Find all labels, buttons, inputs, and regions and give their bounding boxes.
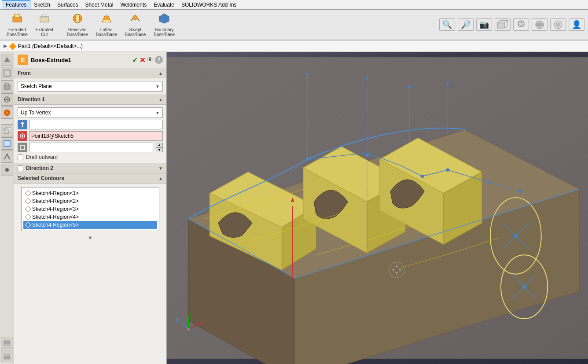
- contour-diamond-icon-4: [25, 214, 31, 220]
- left-icon-cube3d[interactable]: [1, 124, 13, 136]
- ribbon-label-swept: SweptBoss/Base: [125, 27, 146, 37]
- spin-down-button[interactable]: ▼: [156, 147, 163, 152]
- draft-outward-row: Draft outward: [18, 154, 163, 160]
- scroll-dot-1: [89, 236, 92, 239]
- direction1-field-group: Up To Vertex ▼ Point18@Sketch5: [14, 105, 166, 163]
- left-icon-box2[interactable]: [1, 80, 13, 92]
- ribbon-label-extruded-cut: ExtrudedCut: [36, 27, 53, 37]
- svg-point-66: [522, 285, 526, 289]
- svg-rect-35: [4, 342, 10, 344]
- menu-evaluate[interactable]: Evaluate: [150, 1, 178, 9]
- lofted-icon: [100, 12, 113, 26]
- menu-sketch[interactable]: Sketch: [30, 1, 54, 9]
- ribbon-btn-extruded-cut[interactable]: ExtrudedCut: [33, 12, 56, 37]
- direction1-section-title: Direction 1: [18, 96, 45, 103]
- from-dropdown[interactable]: Sketch Plane ▼: [18, 81, 163, 92]
- direction1-vertex-input[interactable]: Point18@Sketch5: [29, 131, 163, 141]
- menu-solidworks-addins[interactable]: SOLIDWORKS Add-Ins: [178, 1, 240, 9]
- selected-contours-group: Sketch4-Region<1>Sketch4-Region<2>Sketch…: [14, 184, 166, 235]
- direction1-empty-input[interactable]: [29, 120, 163, 129]
- boss-extrude-icon: E: [18, 55, 28, 65]
- help-button[interactable]: ?: [155, 56, 163, 64]
- direction1-dropdown[interactable]: Up To Vertex ▼: [18, 107, 163, 118]
- selected-contours-section-header[interactable]: Selected Contours ▲: [14, 173, 166, 184]
- contour-item-3[interactable]: Sketch4-Region<3>: [23, 205, 157, 213]
- svg-rect-7: [103, 20, 110, 22]
- direction2-checkbox[interactable]: [18, 165, 23, 171]
- svg-rect-29: [4, 129, 8, 133]
- svg-rect-38: [4, 356, 10, 357]
- direction1-spin-icon: [18, 143, 27, 152]
- contour-item-2[interactable]: Sketch4-Region<2>: [23, 197, 157, 205]
- menu-weldments[interactable]: Weldments: [117, 1, 150, 9]
- preview-button[interactable]: 👁: [147, 56, 153, 64]
- left-icon-face[interactable]: [1, 137, 13, 150]
- panel-actions: ✓ ✕ 👁 ?: [132, 56, 163, 64]
- left-icon-box1[interactable]: [1, 67, 13, 79]
- viewport[interactable]: X Y Z: [167, 52, 588, 364]
- left-icon-arrow[interactable]: [1, 54, 13, 66]
- view-cube-btn[interactable]: [495, 18, 511, 31]
- svg-point-86: [518, 189, 522, 193]
- direction1-spin-input[interactable]: [29, 143, 154, 152]
- left-icons-panel: [0, 52, 14, 364]
- direction2-section-title: Direction 2: [26, 165, 53, 171]
- user-btn[interactable]: 👤: [569, 18, 584, 31]
- svg-text:X: X: [200, 320, 203, 325]
- spin-up-button[interactable]: ▲: [156, 143, 163, 147]
- appearance-btn[interactable]: [550, 18, 566, 31]
- breadcrumb-part-label[interactable]: Part1 (Default<<Default>...): [18, 43, 83, 49]
- left-icon-vertex[interactable]: [1, 164, 13, 176]
- panel-title: Boss-Extrude1: [31, 57, 71, 63]
- menu-features[interactable]: Features: [2, 0, 30, 9]
- display-btn[interactable]: [532, 18, 548, 31]
- from-chevron-icon: ▲: [158, 71, 163, 76]
- direction1-vertex-input-row: Point18@Sketch5: [18, 131, 163, 141]
- direction1-section-header[interactable]: Direction 1 ▲: [14, 95, 166, 105]
- swept-icon: [129, 12, 141, 26]
- ribbon-btn-boundary[interactable]: BoundaryBoss/Base: [151, 12, 178, 37]
- view-dropdown-btn[interactable]: [513, 18, 529, 31]
- contour-item-1[interactable]: Sketch4-Region<1>: [23, 189, 157, 197]
- ribbon-btn-extruded-boss[interactable]: ExtrudedBoss/Base: [4, 12, 31, 37]
- svg-text:Z: Z: [176, 317, 179, 323]
- left-icon-edge[interactable]: [1, 151, 13, 163]
- confirm-button[interactable]: ✓: [132, 56, 138, 64]
- svg-point-84: [489, 181, 492, 184]
- direction1-vertex-icon: [18, 131, 27, 141]
- search-btn[interactable]: 🔍: [439, 18, 455, 31]
- cancel-button[interactable]: ✕: [140, 56, 145, 64]
- draft-outward-checkbox[interactable]: [18, 154, 23, 160]
- ribbon-btn-revolved[interactable]: RevolvedBoss/Base: [64, 12, 91, 37]
- breadcrumb-arrow: ▶: [4, 43, 7, 49]
- direction2-section-header[interactable]: Direction 2 ▼: [14, 163, 166, 173]
- draft-outward-label[interactable]: Draft outward: [26, 154, 58, 160]
- left-icon-sphere[interactable]: [1, 107, 13, 119]
- part-icon: 🔶: [9, 43, 16, 50]
- ribbon-btn-swept[interactable]: SweptBoss/Base: [121, 12, 149, 37]
- left-icon-crosshair[interactable]: [1, 93, 13, 106]
- extruded-boss-icon: [11, 12, 23, 26]
- camera-btn[interactable]: 📷: [476, 18, 492, 31]
- svg-rect-37: [4, 357, 10, 359]
- svg-rect-10: [497, 23, 504, 28]
- menu-surfaces[interactable]: Surfaces: [54, 1, 81, 9]
- contour-item-4[interactable]: Sketch4-Region<4>: [23, 213, 157, 221]
- contour-label-4: Sketch4-Region<4>: [32, 214, 79, 220]
- menu-sheet-metal[interactable]: Sheet Metal: [81, 1, 117, 9]
- left-icon-layers2[interactable]: [1, 350, 13, 362]
- zoom-btn[interactable]: 🔎: [458, 18, 474, 31]
- svg-point-81: [421, 175, 424, 178]
- ribbon-btn-lofted[interactable]: LoftedBoss/Base: [93, 12, 120, 37]
- svg-rect-24: [5, 83, 9, 86]
- extruded-cut-icon: [38, 12, 51, 26]
- from-field-group: Sketch Plane ▼: [14, 78, 166, 95]
- selected-contours-title: Selected Contours: [18, 175, 64, 181]
- from-section-header[interactable]: From ▲: [14, 68, 166, 78]
- direction1-dropdown-arrow: ▼: [155, 110, 160, 115]
- contour-item-5[interactable]: Sketch4-Region<5>: [23, 221, 157, 229]
- left-icon-layers[interactable]: [1, 337, 13, 349]
- properties-panel: E Boss-Extrude1 ✓ ✕ 👁 ? From ▲ Sketch Pl…: [14, 52, 167, 364]
- svg-point-20: [556, 22, 560, 27]
- direction1-chevron-icon: ▲: [158, 97, 163, 102]
